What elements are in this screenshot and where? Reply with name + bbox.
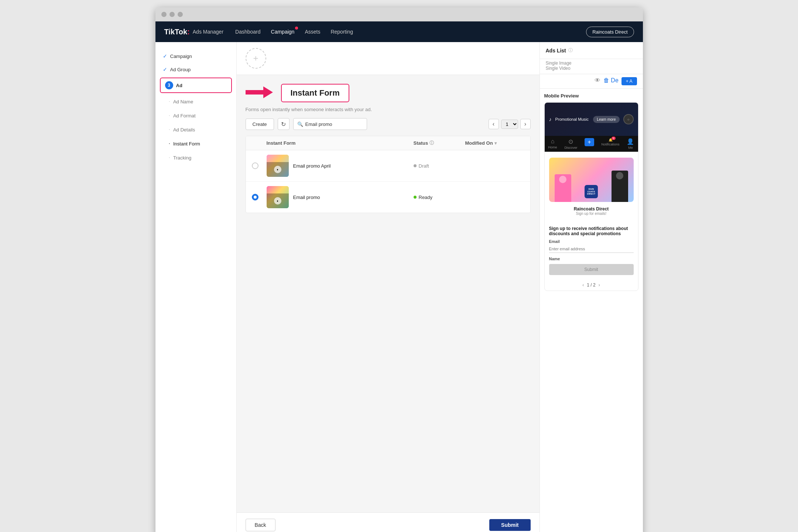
preview-prev-button[interactable]: ‹: [582, 282, 584, 288]
table-col-radio: [252, 140, 267, 146]
ads-list-subtitle: Single Image Single Video: [540, 59, 643, 74]
radio-cell-1[interactable]: [252, 162, 267, 169]
learn-more-button[interactable]: Learn more: [593, 116, 619, 123]
sidebar-item-adgroup[interactable]: ✓ Ad Group: [155, 63, 236, 76]
brand-logo-icon: RAINCOATSDIRECT: [585, 185, 598, 198]
eye-icon[interactable]: 👁: [595, 77, 600, 85]
sidebar-subitem-tracking[interactable]: · Tracking: [155, 151, 236, 165]
content-area: + Instant Form: [237, 42, 540, 532]
search-box[interactable]: 🔍: [293, 118, 367, 130]
sidebar: ✓ Campaign ✓ Ad Group 3 Ad · Ad Name · A…: [155, 42, 237, 532]
create-button[interactable]: Create: [246, 119, 274, 130]
music-disc-icon: ○: [623, 114, 634, 124]
delete-icon[interactable]: 🗑 De: [603, 77, 619, 85]
instant-form-box: Instant Form: [281, 84, 349, 102]
preview-submit-button[interactable]: Submit: [549, 264, 634, 275]
sidebar-item-ad-label: Ad: [176, 83, 182, 88]
nav-dashboard[interactable]: Dashboard: [235, 29, 261, 35]
preview-next-button[interactable]: ›: [599, 282, 600, 288]
submit-button[interactable]: Submit: [489, 519, 530, 531]
browser-dot-red: [161, 12, 167, 17]
me-icon: 👤: [627, 138, 634, 145]
dot-icon-addetails: ·: [169, 126, 170, 133]
search-input[interactable]: [305, 121, 357, 127]
instant-form-header: Instant Form: [246, 84, 531, 102]
content-main: Instant Form Forms open instantly when s…: [237, 75, 540, 512]
nav-links: Dashboard Campaign Assets Reporting: [235, 29, 574, 35]
browser-dot-green: [178, 12, 183, 17]
form-name-cell-1: ♦ Email promo April: [267, 155, 414, 177]
dot-icon-instantform: ·: [169, 140, 170, 147]
form-thumbnail-1: ♦: [267, 155, 289, 177]
preview-pagination: ‹ 1 / 2 ›: [545, 279, 638, 291]
figure-right: [612, 171, 628, 202]
status-label-1: Draft: [419, 163, 429, 169]
form-name-1: Email promo April: [293, 163, 331, 169]
logo: TikTok: Ads Manager: [164, 28, 224, 36]
brand-logo-text: RAINCOATSDIRECT: [587, 188, 595, 195]
nav-campaign[interactable]: Campaign: [271, 29, 295, 35]
radio-button-2[interactable]: [252, 194, 258, 200]
music-note-icon: ♪: [549, 116, 552, 122]
content-top-bar: +: [237, 42, 540, 75]
preview-email-label: Email: [549, 239, 634, 244]
radio-cell-2[interactable]: [252, 194, 267, 200]
page-prev-button[interactable]: ‹: [489, 119, 499, 129]
sidebar-subitem-adformat[interactable]: · Ad Format: [155, 109, 236, 123]
page-select[interactable]: 1: [501, 120, 518, 129]
nav-assets[interactable]: Assets: [305, 29, 320, 35]
sidebar-item-adgroup-label: Ad Group: [170, 67, 191, 72]
brand-illustration: RAINCOATSDIRECT: [549, 158, 634, 202]
dot-icon-tracking: ·: [169, 154, 170, 161]
form-thumbnail-2: ♦: [267, 186, 289, 208]
sidebar-subitem-adname[interactable]: · Ad Name: [155, 95, 236, 109]
sidebar-subitem-instantform-label: Instant Form: [173, 141, 200, 147]
figure-left: [555, 174, 571, 202]
panel-actions: 👁 🗑 De + A: [540, 74, 643, 89]
plus-icon-nav: +: [585, 138, 594, 146]
check-icon-campaign: ✓: [163, 53, 167, 59]
status-info-icon: ⓘ: [429, 140, 434, 146]
table-row: ♦ Email promo Ready: [246, 182, 530, 213]
instant-form-title: Instant Form: [291, 88, 340, 97]
preview-form-area: Sign up to receive notifications about d…: [545, 222, 638, 279]
sidebar-item-campaign[interactable]: ✓ Campaign: [155, 49, 236, 63]
status-cell-1: Draft: [414, 163, 465, 169]
sidebar-subitem-addetails[interactable]: · Ad Details: [155, 123, 236, 137]
table-col-modified: Modified On ▾: [465, 140, 524, 146]
page-next-button[interactable]: ›: [520, 119, 531, 129]
tiktok-nav-discover[interactable]: ⊙ Discover: [564, 138, 577, 150]
tiktok-nav-discover-label: Discover: [564, 146, 577, 150]
preview-email-input[interactable]: [549, 245, 634, 253]
thumb-image-1: ♦: [267, 155, 289, 177]
dot-icon-adformat: ·: [169, 112, 170, 119]
sidebar-subitem-instantform[interactable]: · Instant Form: [155, 137, 236, 151]
back-button[interactable]: Back: [246, 519, 275, 531]
mobile-preview-label: Mobile Preview: [544, 93, 638, 99]
status-dot-2: [414, 196, 417, 199]
refresh-button[interactable]: ↻: [278, 118, 290, 130]
tiktok-nav-me[interactable]: 👤 Me: [627, 138, 634, 150]
add-button[interactable]: + A: [621, 77, 637, 85]
nav-reporting[interactable]: Reporting: [330, 29, 353, 35]
tiktok-nav-plus[interactable]: +: [585, 138, 594, 150]
plus-icon: +: [253, 53, 258, 64]
search-icon: 🔍: [297, 121, 303, 127]
instant-form-table: Instant Form Status ⓘ Modified On ▾: [246, 136, 531, 213]
pagination-controls: ‹ 1 ›: [489, 119, 531, 129]
sidebar-subitem-adname-label: Ad Name: [173, 99, 193, 104]
tiktok-nav-notifications[interactable]: 🔔 9 Notifications: [602, 138, 620, 150]
add-media-button[interactable]: +: [246, 48, 266, 69]
ads-list-title: Ads List ⓘ: [546, 47, 573, 54]
tiktok-nav-home[interactable]: ⌂ Home: [548, 138, 557, 150]
sidebar-item-ad[interactable]: 3 Ad: [160, 78, 232, 93]
red-arrow-indicator: [246, 84, 275, 102]
dot-icon-adname: ·: [169, 98, 170, 105]
refresh-icon: ↻: [281, 121, 286, 128]
radio-button-1[interactable]: [252, 162, 258, 169]
table-row: ♦ Email promo April Draft: [246, 150, 530, 182]
account-button[interactable]: Raincoats Direct: [586, 27, 634, 37]
brand-sub: Sign up for emails!: [549, 212, 634, 216]
top-navigation: TikTok: Ads Manager Dashboard Campaign A…: [155, 21, 643, 42]
mobile-preview-section: Mobile Preview ♪ Promotional Music Learn…: [540, 89, 643, 295]
